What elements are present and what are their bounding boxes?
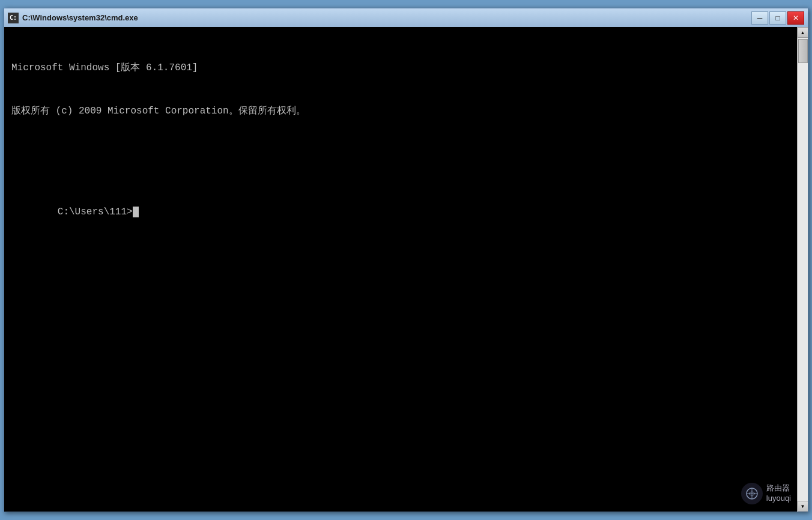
close-button[interactable]: ✕	[787, 11, 804, 25]
watermark-text: 路由器 luyouqi	[766, 483, 791, 504]
cmd-window: C: C:\Windows\system32\cmd.exe ─ □ ✕ Mic…	[4, 8, 808, 512]
title-bar-buttons: ─ □ ✕	[751, 11, 804, 25]
console-line-3	[11, 147, 790, 162]
scroll-up-button[interactable]: ▲	[798, 27, 808, 38]
console-output[interactable]: Microsoft Windows [版本 6.1.7601] 版权所有 (c)…	[4, 27, 797, 512]
cmd-icon: C:	[8, 13, 19, 23]
console-prompt: C:\Users\111>	[11, 190, 790, 234]
scroll-thumb[interactable]	[798, 39, 808, 63]
title-bar: C: C:\Windows\system32\cmd.exe ─ □ ✕	[4, 8, 808, 27]
minimize-icon: ─	[757, 14, 763, 22]
console-line-1: Microsoft Windows [版本 6.1.7601]	[11, 61, 790, 75]
scroll-down-button[interactable]: ▼	[798, 501, 808, 512]
window-title: C:\Windows\system32\cmd.exe	[22, 13, 138, 22]
scrollbar[interactable]: ▲ ▼	[797, 27, 808, 512]
cmd-icon-text: C:	[10, 14, 17, 21]
title-bar-left: C: C:\Windows\system32\cmd.exe	[8, 13, 138, 23]
restore-icon: □	[775, 14, 780, 22]
watermark-line1: 路由器	[766, 483, 791, 494]
restore-button[interactable]: □	[769, 11, 786, 25]
close-icon: ✕	[793, 14, 799, 22]
scroll-track	[798, 38, 808, 501]
watermark: 路由器 luyouqi	[741, 483, 791, 504]
prompt-text: C:\Users\111>	[58, 207, 133, 217]
console-line-2: 版权所有 (c) 2009 Microsoft Corporation。保留所有…	[11, 104, 790, 118]
watermark-line2: luyouqi	[766, 494, 791, 504]
watermark-icon	[741, 483, 763, 504]
window-body: Microsoft Windows [版本 6.1.7601] 版权所有 (c)…	[4, 27, 808, 512]
minimize-button[interactable]: ─	[751, 11, 768, 25]
cursor	[133, 207, 139, 217]
